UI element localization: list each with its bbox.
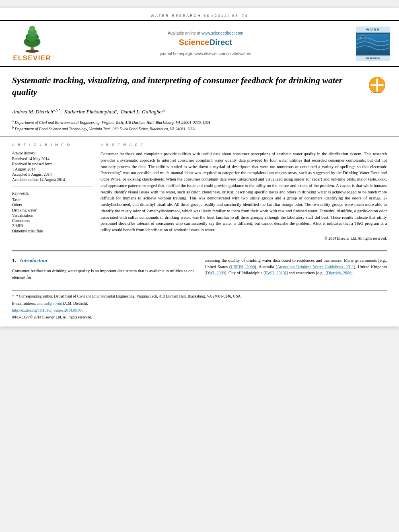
- affiliation-1: a Department of Civil and Environmental …: [12, 119, 387, 125]
- intro-right-text: assessing the quality of drinking water …: [205, 257, 387, 276]
- doi-link[interactable]: http://dx.doi.org/10.1016/j.watres.2014.…: [12, 308, 83, 312]
- footnote-corresponding: * * Corresponding author. Department of …: [12, 294, 387, 299]
- water-graphic-icon: IWA: [357, 34, 389, 54]
- crossmark-icon: CrossMark: [368, 76, 386, 94]
- intro-left-col: 1. Introduction Consumer feedback on dri…: [12, 257, 195, 281]
- hist-available: Available online 14 August 2014: [12, 177, 93, 182]
- introduction-section: 1. Introduction Consumer feedback on dri…: [0, 251, 399, 287]
- elsevier-logo: ELSEVIER: [13, 25, 51, 62]
- sciencedirect-logo: ScienceDirect: [179, 37, 232, 47]
- publisher-logo-area: ELSEVIER: [8, 25, 56, 62]
- affiliations-section: a Department of Civil and Environmental …: [0, 117, 399, 137]
- elsevier-text: ELSEVIER: [13, 55, 51, 62]
- article-info-abstract: A R T I C L E I N F O Article history: R…: [0, 136, 399, 246]
- abstract-text: Consumer feedback and complaints provide…: [101, 151, 387, 233]
- hist-received: Received 14 May 2014: [12, 156, 93, 161]
- article-info-column: A R T I C L E I N F O Article history: R…: [12, 143, 93, 240]
- email-link[interactable]: andread@vt.edu: [37, 302, 62, 306]
- keywords-title: Keywords:: [12, 191, 93, 195]
- svg-point-1: [25, 50, 39, 53]
- article-info-header: A R T I C L E I N F O: [12, 143, 93, 147]
- usepa-link[interactable]: USEPA, 2008: [231, 265, 255, 269]
- history-title: Article history:: [12, 151, 93, 155]
- water-research-badge-area: WATER: [355, 25, 391, 62]
- article-title-row: Systematic tracking, visualizing, and in…: [12, 75, 387, 98]
- keyword-odors: Odors: [12, 203, 93, 207]
- author-3: Daniel L. Gallagher: [121, 109, 163, 115]
- sciencedirect-url-link[interactable]: www.sciencedirect.com: [202, 31, 243, 35]
- article-main-title: Systematic tracking, visualizing, and in…: [12, 75, 367, 98]
- svg-text:CrossMark: CrossMark: [371, 91, 383, 94]
- divider: [12, 187, 93, 187]
- svg-point-5: [29, 26, 35, 32]
- crossmark-area[interactable]: CrossMark: [367, 75, 387, 95]
- svg-point-8: [26, 36, 28, 38]
- hist-revised: Received in revised form: [12, 162, 93, 166]
- dwi-link[interactable]: DWI, 2009: [206, 271, 225, 275]
- journal-homepage: journal homepage: www.elsevier.com/locat…: [160, 51, 251, 56]
- footnote-email: E-mail address: andread@vt.edu (A.M. Die…: [12, 301, 387, 306]
- footnotes-section: * * Corresponding author. Department of …: [12, 290, 387, 320]
- author-2: Katherine Phetxumphou: [64, 109, 115, 115]
- header-center: Available online at www.sciencedirect.co…: [60, 25, 351, 62]
- hist-accepted: Accepted 5 August 2014: [12, 172, 93, 177]
- article-title-area: Systematic tracking, visualizing, and in…: [0, 67, 399, 104]
- available-online: Available online at www.sciencedirect.co…: [168, 31, 243, 35]
- section-number: 1.: [12, 257, 16, 263]
- author-1: Andrea M. Dietrich: [12, 109, 53, 115]
- wr-graphic: IWA: [356, 33, 390, 55]
- svg-point-7: [35, 39, 38, 42]
- abstract-column: A B S T R A C T Consumer feedback and co…: [101, 143, 387, 240]
- dietrich-link[interactable]: Dietrich, 2006;: [327, 271, 353, 275]
- keyword-taste: Taste: [12, 197, 93, 202]
- wr-top: WATER: [356, 27, 390, 33]
- header: ELSEVIER Available online at www.science…: [0, 21, 399, 67]
- intro-two-col: 1. Introduction Consumer feedback on dri…: [12, 251, 387, 287]
- authors-section: Andrea M. Dietricha,b,*, Katherine Phetx…: [0, 104, 399, 117]
- keyword-visualization: Visualization: [12, 213, 93, 218]
- elsevier-tree-icon: [16, 25, 48, 53]
- journal-title: WATER RESEARCH 66 (2014) 63–74: [151, 14, 249, 18]
- svg-point-6: [27, 39, 29, 42]
- water-research-badge: WATER: [356, 27, 390, 61]
- article-history: Article history: Received 14 May 2014 Re…: [12, 151, 93, 182]
- keyword-drinking-water: Drinking water: [12, 208, 93, 212]
- keyword-consumers: Consumers: [12, 218, 93, 223]
- section-name: Introduction: [20, 257, 47, 263]
- keywords-section: Keywords: Taste Odors Drinking water Vis…: [12, 191, 93, 233]
- wr-bottom: RESEARCH: [356, 55, 390, 61]
- copyright: © 2014 Elsevier Ltd. All rights reserved…: [101, 236, 387, 240]
- keyword-dimethyl: Dimethyl trisulfide: [12, 229, 93, 233]
- keyword-2mib: 2-MIB: [12, 224, 93, 228]
- hist-revised-date: 1 August 2014: [12, 167, 93, 171]
- footnote-issn: 0043-1354/© 2014 Elsevier Ltd. All right…: [12, 315, 387, 320]
- svg-point-9: [37, 36, 39, 38]
- intro-right-col: assessing the quality of drinking water …: [205, 257, 387, 281]
- affiliation-2: b Department of Food Science and Technol…: [12, 126, 387, 131]
- abstract-header: A B S T R A C T: [101, 143, 387, 147]
- pwd-link[interactable]: PWD, 2013: [265, 271, 285, 275]
- svg-text:IWA: IWA: [361, 37, 365, 39]
- journal-bar: WATER RESEARCH 66 (2014) 63–74: [0, 8, 399, 21]
- academic-paper-page: WATER RESEARCH 66 (2014) 63–74: [0, 8, 399, 327]
- footnote-doi: http://dx.doi.org/10.1016/j.watres.2014.…: [12, 308, 387, 313]
- australia-link[interactable]: Australian Drinking Water Guidelines, 20…: [277, 265, 354, 269]
- section-title: 1. Introduction: [12, 257, 195, 264]
- intro-left-text: Consumer feedback on drinking water qual…: [12, 268, 195, 281]
